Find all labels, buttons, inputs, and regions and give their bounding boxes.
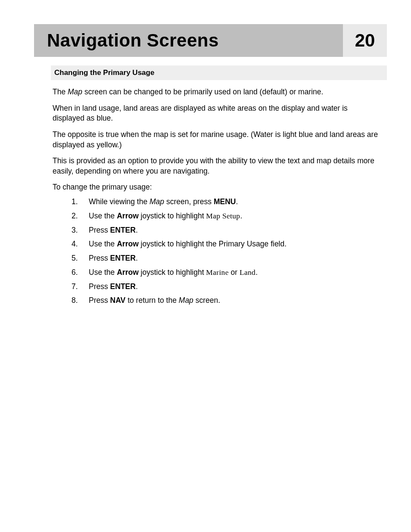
arrow-key: Arrow	[117, 268, 139, 277]
paragraph: The opposite is true when the map is set…	[53, 130, 379, 150]
text: .	[136, 226, 138, 234]
text: While viewing the	[89, 197, 149, 206]
text: The	[53, 87, 68, 96]
step-text: Use the Arrow joystick to highlight Mari…	[89, 268, 379, 277]
step-number: 8.	[72, 296, 89, 305]
step-number: 4.	[72, 239, 89, 249]
list-item: 3. Press ENTER.	[72, 225, 379, 235]
text: .	[236, 197, 238, 206]
list-item: 7. Press ENTER.	[72, 282, 379, 292]
section-heading: Changing the Primary Usage	[54, 68, 382, 77]
text: screen can be changed to be primarily us…	[82, 87, 323, 96]
list-item: 6. Use the Arrow joystick to highlight M…	[72, 268, 379, 277]
step-number: 2.	[72, 211, 89, 221]
list-item: 8. Press NAV to return to the Map screen…	[72, 296, 379, 305]
text: or	[229, 268, 240, 277]
list-item: 5. Press ENTER.	[72, 253, 379, 263]
page-wrap: Navigation Screens 20 Changing the Prima…	[0, 24, 411, 305]
enter-key: ENTER	[110, 282, 136, 291]
map-setup-label: Map Setup	[206, 212, 240, 220]
paragraph: When in land usage, land areas are displ…	[53, 103, 379, 124]
enter-key: ENTER	[110, 254, 136, 262]
content-area: Changing the Primary Usage The Map scree…	[24, 65, 387, 305]
text: screen, press	[164, 197, 214, 206]
step-number: 6.	[72, 268, 89, 277]
lead-in: To change the primary usage:	[53, 182, 379, 193]
text: .	[136, 282, 138, 291]
list-item: 1. While viewing the Map screen, press M…	[72, 197, 379, 207]
page-header: Navigation Screens 20	[24, 24, 387, 57]
list-item: 2. Use the Arrow joystick to highlight M…	[72, 211, 379, 221]
step-text: Use the Arrow joystick to highlight Map …	[89, 211, 379, 221]
text: joystick to highlight	[139, 212, 206, 220]
arrow-key: Arrow	[117, 240, 139, 248]
enter-key: ENTER	[110, 226, 136, 234]
step-text: Use the Arrow joystick to highlight the …	[89, 239, 379, 249]
page-number-box: 20	[343, 24, 387, 57]
text: .	[136, 254, 138, 262]
map-italic: Map	[149, 197, 164, 206]
land-label: Land	[240, 268, 255, 277]
step-number: 3.	[72, 225, 89, 235]
text: Use the	[89, 212, 117, 220]
step-number: 5.	[72, 253, 89, 263]
step-number: 7.	[72, 282, 89, 292]
arrow-key: Arrow	[117, 212, 139, 220]
steps-list: 1. While viewing the Map screen, press M…	[53, 197, 379, 305]
step-text: Press NAV to return to the Map screen.	[89, 296, 379, 305]
text: screen.	[193, 296, 220, 305]
text: Press	[89, 226, 110, 234]
nav-key: NAV	[110, 296, 126, 305]
menu-key: MENU	[214, 197, 236, 206]
text: Press	[89, 254, 110, 262]
header-title-bar: Navigation Screens	[34, 24, 387, 57]
step-number: 1.	[72, 197, 89, 207]
text: to return to the	[125, 296, 179, 305]
step-text: Press ENTER.	[89, 225, 379, 235]
paragraph: This is provided as an option to provide…	[53, 156, 379, 176]
text: Use the	[89, 240, 117, 248]
text: joystick to highlight	[139, 268, 206, 277]
text: joystick to highlight the Primary Usage …	[139, 240, 286, 248]
paragraph: The Map screen can be changed to be prim…	[53, 87, 379, 97]
page-number: 20	[355, 30, 375, 51]
marine-label: Marine	[206, 268, 228, 277]
text: Use the	[89, 268, 117, 277]
map-italic: Map	[68, 87, 82, 96]
list-item: 4. Use the Arrow joystick to highlight t…	[72, 239, 379, 249]
step-text: While viewing the Map screen, press MENU…	[89, 197, 379, 207]
text: .	[240, 212, 242, 220]
text: .	[255, 268, 258, 277]
text: Press	[89, 282, 110, 291]
text: Press	[89, 296, 110, 305]
chapter-title: Navigation Screens	[34, 30, 219, 51]
section-heading-bar: Changing the Primary Usage	[51, 65, 387, 80]
step-text: Press ENTER.	[89, 253, 379, 263]
step-text: Press ENTER.	[89, 282, 379, 292]
map-italic: Map	[179, 296, 193, 305]
